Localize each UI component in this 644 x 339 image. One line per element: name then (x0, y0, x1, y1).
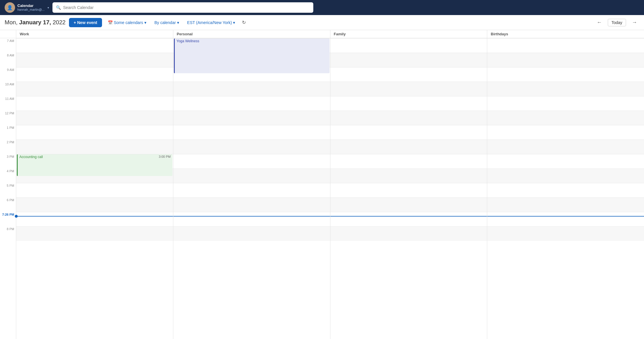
family-9am[interactable] (330, 67, 487, 82)
personal-3pm[interactable] (173, 154, 330, 168)
personal-4pm[interactable] (173, 168, 330, 183)
timezone-button[interactable]: EST (America/New York) ▾ (185, 19, 238, 26)
toolbar: Mon, January 17, 2022 + New event 📅 Some… (0, 15, 644, 30)
family-7am[interactable] (330, 38, 487, 53)
user-email: hannah_martin@... (17, 8, 45, 12)
family-10am[interactable] (330, 82, 487, 96)
birthdays-11am[interactable] (487, 96, 644, 111)
family-2pm[interactable] (330, 140, 487, 154)
personal-7pm[interactable] (173, 212, 330, 226)
family-5pm[interactable] (330, 183, 487, 197)
next-button[interactable]: → (630, 18, 639, 27)
personal-7am[interactable]: Yoga Wellness (173, 38, 330, 53)
event-accounting-call[interactable]: Accounting call 3:00 PM (17, 154, 172, 176)
work-3pm[interactable]: Accounting call 3:00 PM (16, 154, 173, 168)
family-8am[interactable] (330, 53, 487, 67)
search-bar: 🔍 (52, 2, 313, 13)
time-10am: 10 AM (0, 82, 16, 96)
work-8pm[interactable] (16, 226, 173, 241)
col-header-work: Work (16, 30, 173, 38)
family-column[interactable] (330, 38, 487, 339)
event-yoga-wellness[interactable]: Yoga Wellness (174, 39, 330, 73)
current-time-dot (15, 215, 18, 218)
personal-5pm[interactable] (173, 183, 330, 197)
work-7pm[interactable] (16, 212, 173, 226)
search-input[interactable] (63, 5, 310, 10)
new-event-button[interactable]: + New event (69, 18, 102, 27)
current-time-indicator-birthdays (487, 216, 644, 217)
family-4pm[interactable] (330, 168, 487, 183)
birthdays-1pm[interactable] (487, 125, 644, 140)
birthdays-4pm[interactable] (487, 168, 644, 183)
work-8am[interactable] (16, 53, 173, 67)
birthdays-8pm[interactable] (487, 226, 644, 241)
birthdays-12pm[interactable] (487, 111, 644, 125)
family-7pm[interactable] (330, 212, 487, 226)
birthdays-3pm[interactable] (487, 154, 644, 168)
family-3pm[interactable] (330, 154, 487, 168)
birthdays-7pm[interactable] (487, 212, 644, 226)
top-bar: 👤 Calendar hannah_martin@... ▾ 🔍 (0, 0, 644, 15)
by-calendar-chevron-icon: ▾ (177, 20, 179, 25)
today-button[interactable]: Today (608, 19, 626, 26)
calendar-container: Work Personal Family Birthdays 7 AM 8 AM… (0, 30, 644, 339)
birthdays-6pm[interactable] (487, 197, 644, 212)
avatar: 👤 (5, 2, 15, 13)
work-column[interactable]: Accounting call 3:00 PM (16, 38, 173, 339)
event-title: Yoga Wellness (177, 39, 199, 43)
personal-10am[interactable] (173, 82, 330, 96)
birthdays-10am[interactable] (487, 82, 644, 96)
time-2pm: 2 PM (0, 140, 16, 154)
time-6pm: 6 PM (0, 197, 16, 212)
grid-body: 7 AM 8 AM 9 AM 10 AM 11 AM 12 PM 1 PM 2 … (0, 38, 644, 339)
col-header-personal: Personal (173, 30, 330, 38)
calendar-grid: Work Personal Family Birthdays 7 AM 8 AM… (0, 30, 644, 339)
work-7am[interactable] (16, 38, 173, 53)
personal-2pm[interactable] (173, 140, 330, 154)
event-time: 3:00 PM (159, 155, 171, 158)
work-6pm[interactable] (16, 197, 173, 212)
some-calendars-button[interactable]: 📅 Some calendars ▾ (105, 19, 149, 26)
time-4pm: 4 PM (0, 168, 16, 183)
work-2pm[interactable] (16, 140, 173, 154)
app-name: Calendar (17, 3, 45, 8)
birthdays-2pm[interactable] (487, 140, 644, 154)
by-calendar-button[interactable]: By calendar ▾ (152, 19, 181, 26)
calendar-icon: 📅 (108, 20, 113, 25)
work-12pm[interactable] (16, 111, 173, 125)
work-5pm[interactable] (16, 183, 173, 197)
personal-6pm[interactable] (173, 197, 330, 212)
family-1pm[interactable] (330, 125, 487, 140)
prev-button[interactable]: ← (594, 18, 604, 27)
some-calendars-label: Some calendars (114, 20, 143, 25)
time-1pm: 1 PM (0, 125, 16, 140)
personal-12pm[interactable] (173, 111, 330, 125)
user-profile[interactable]: 👤 Calendar hannah_martin@... ▾ (5, 2, 49, 13)
personal-column[interactable]: Yoga Wellness (173, 38, 330, 339)
date-month-day: January 17, (19, 19, 51, 25)
work-11am[interactable] (16, 96, 173, 111)
birthdays-5pm[interactable] (487, 183, 644, 197)
time-5pm: 5 PM (0, 183, 16, 197)
current-time-indicator (16, 216, 173, 217)
event-title: Accounting call (19, 155, 43, 159)
birthdays-column[interactable] (487, 38, 644, 339)
family-11am[interactable] (330, 96, 487, 111)
family-6pm[interactable] (330, 197, 487, 212)
personal-1pm[interactable] (173, 125, 330, 140)
personal-11am[interactable] (173, 96, 330, 111)
time-12pm: 12 PM (0, 111, 16, 125)
time-11am: 11 AM (0, 96, 16, 111)
refresh-icon[interactable]: ↻ (241, 19, 247, 26)
family-8pm[interactable] (330, 226, 487, 241)
work-1pm[interactable] (16, 125, 173, 140)
work-10am[interactable] (16, 82, 173, 96)
personal-8pm[interactable] (173, 226, 330, 241)
family-12pm[interactable] (330, 111, 487, 125)
work-9am[interactable] (16, 67, 173, 82)
time-7am: 7 AM (0, 38, 16, 53)
date-day: Mon, (5, 19, 19, 25)
birthdays-8am[interactable] (487, 53, 644, 67)
birthdays-7am[interactable] (487, 38, 644, 53)
birthdays-9am[interactable] (487, 67, 644, 82)
